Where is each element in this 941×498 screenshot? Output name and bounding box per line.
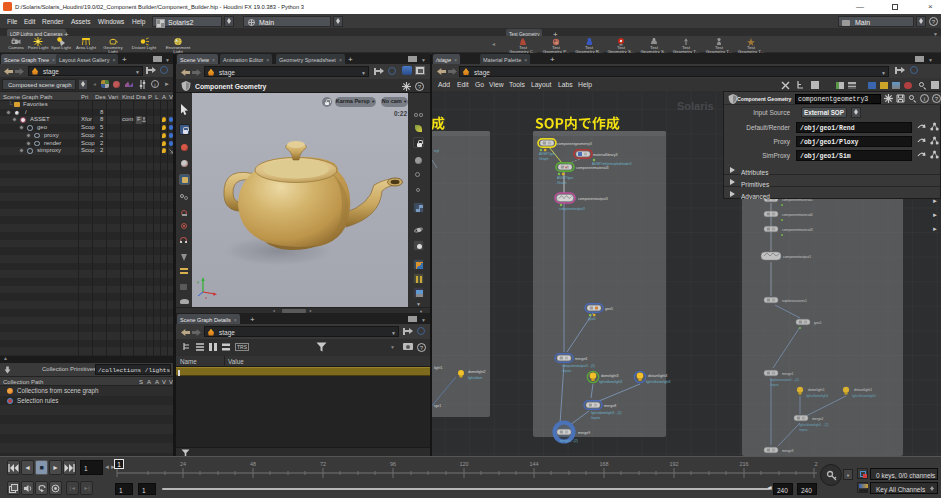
svg-text:geo5: geo5 (605, 307, 613, 311)
svg-text:lights/distantlight3: lights/distantlight3 (646, 380, 671, 384)
svg-text:216: 216 (739, 461, 748, 467)
svg-text:/inputs: /inputs (562, 369, 572, 373)
svg-text:distantlight1: distantlight1 (854, 388, 872, 392)
svg-text:componentmaterial3: componentmaterial3 (782, 228, 813, 232)
svg-text:lights/dom: lights/dom (468, 376, 483, 380)
svg-text:/inputs: /inputs (770, 383, 779, 387)
svg-text:►: ► (932, 226, 938, 232)
svg-text:►: ► (932, 212, 938, 218)
svg-text:2: 2 (814, 461, 817, 467)
svg-text:192: 192 (669, 461, 678, 467)
svg-text:lights/distantlight1: lights/distantlight1 (852, 394, 876, 398)
svg-text:componentgeometry3: componentgeometry3 (557, 142, 592, 146)
svg-text:light1: light1 (434, 366, 443, 370)
svg-text:merge2: merge2 (812, 417, 824, 421)
svg-text:ASSET/geo: ASSET/geo (539, 152, 555, 156)
svg-text:24: 24 (180, 461, 186, 467)
svg-text:144: 144 (529, 461, 538, 467)
svg-text:lights/domelight3 ...(2): lights/domelight3 ...(2) (591, 411, 621, 415)
svg-text:componentmaterial3: componentmaterial3 (576, 166, 609, 170)
svg-text:/geo5: /geo5 (588, 317, 596, 321)
svg-text:merge6 ...(2): merge6 ...(2) (560, 439, 578, 443)
svg-text:domelight3: domelight3 (601, 374, 619, 378)
svg-text:Solaris: Solaris (677, 100, 714, 112)
svg-text:materiallibrary3: materiallibrary3 (593, 153, 618, 157)
svg-text:merge1: merge1 (782, 372, 794, 376)
svg-text:eryl: eryl (434, 149, 439, 153)
svg-text:/Graph: /Graph (539, 157, 549, 161)
svg-text:lights/domelight1 ...(2): lights/domelight1 ...(2) (799, 423, 829, 427)
svg-text:domelight2: domelight2 (468, 370, 486, 374)
svg-text:explorevariants1: explorevariants1 (782, 299, 807, 303)
svg-text:componentoutput3: componentoutput3 (559, 207, 585, 211)
svg-text:48: 48 (250, 461, 256, 467)
svg-text:merge6: merge6 (575, 357, 587, 361)
svg-text:168: 168 (599, 461, 608, 467)
svg-text:x: x (205, 295, 207, 299)
svg-text:componentoutput3 ...(2): componentoutput3 ...(2) (562, 364, 595, 368)
svg-text:96: 96 (390, 461, 396, 467)
svg-text:rge1: rge1 (434, 404, 441, 408)
svg-text:120: 120 (459, 461, 468, 467)
svg-text:/inputs: /inputs (799, 428, 808, 432)
svg-text:ASSET/geo: ASSET/geo (557, 176, 573, 180)
svg-text:componentmaterial4: componentmaterial4 (782, 213, 813, 217)
svg-text:merge8: merge8 (604, 404, 616, 408)
svg-text:explorevariants1 ...(2): explorevariants1 ...(2) (770, 378, 799, 382)
svg-text:componentoutput3: componentoutput3 (578, 197, 608, 201)
svg-text:72: 72 (320, 461, 326, 467)
svg-text:/inputs: /inputs (591, 416, 601, 420)
svg-text:/Graph: /Graph (557, 181, 567, 185)
svg-text:componentoutput1: componentoutput1 (783, 255, 811, 259)
svg-text:merge9: merge9 (578, 431, 590, 435)
svg-text:merge3: merge3 (782, 449, 794, 453)
svg-text:lights/domelight1: lights/domelight1 (806, 394, 829, 398)
svg-text:distantlight3: distantlight3 (648, 374, 667, 378)
svg-text:lights/domelight3: lights/domelight3 (599, 380, 622, 384)
svg-text:domelight1: domelight1 (808, 388, 825, 392)
svg-text:y: y (197, 279, 199, 284)
svg-text:geo1: geo1 (814, 321, 822, 325)
